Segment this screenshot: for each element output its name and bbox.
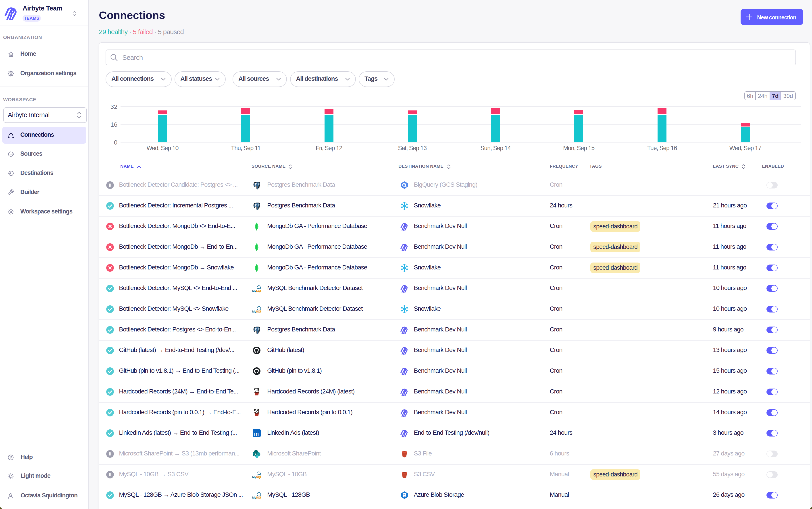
svg-text:My: My: [252, 310, 256, 313]
svg-text:S: S: [254, 452, 256, 456]
svg-text:Sat, Sep 13: Sat, Sep 13: [398, 145, 426, 151]
svg-text:Thu, Sep 11: Thu, Sep 11: [231, 145, 260, 151]
svg-text:SQL: SQL: [256, 289, 261, 293]
svg-text:Wed, Sep 10: Wed, Sep 10: [147, 145, 178, 151]
svg-text:SQL: SQL: [256, 496, 261, 499]
svg-text:Mon, Sep 15: Mon, Sep 15: [563, 145, 594, 151]
svg-text:0: 0: [114, 139, 118, 146]
svg-text:Sun, Sep 14: Sun, Sep 14: [480, 145, 511, 151]
svg-text:My: My: [252, 289, 256, 293]
svg-text:32: 32: [110, 103, 118, 110]
svg-text:SQL: SQL: [256, 310, 261, 313]
svg-text:16: 16: [110, 121, 118, 128]
svg-text:Fri, Sep 12: Fri, Sep 12: [316, 145, 343, 151]
svg-text:Tue, Sep 16: Tue, Sep 16: [647, 145, 677, 151]
svg-text:in: in: [254, 431, 259, 437]
svg-text:My: My: [252, 475, 256, 479]
svg-text:SQL: SQL: [256, 475, 261, 479]
svg-text:My: My: [252, 496, 256, 499]
svg-text:Wed, Sep 17: Wed, Sep 17: [729, 145, 761, 151]
svg-text:01: 01: [404, 495, 407, 497]
